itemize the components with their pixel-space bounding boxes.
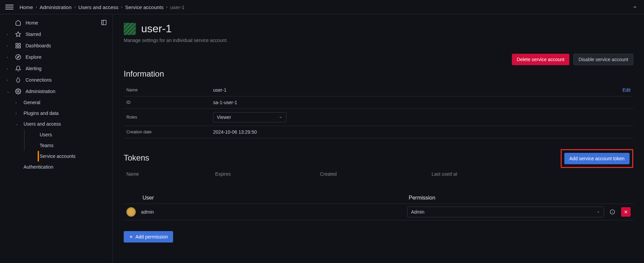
- info-name-value: user-1: [213, 87, 227, 93]
- breadcrumb-service-accounts[interactable]: Service accounts: [125, 4, 163, 10]
- sidebar-item-alerting[interactable]: › Alerting: [3, 63, 109, 74]
- collapse-sidebar-icon[interactable]: [99, 18, 109, 27]
- bell-icon: [15, 65, 22, 72]
- sidebar-item-label: Teams: [40, 143, 53, 148]
- svg-rect-5: [19, 46, 21, 48]
- star-icon: [15, 31, 22, 37]
- svg-marker-2: [16, 32, 21, 37]
- roles-select[interactable]: Viewer: [213, 112, 286, 122]
- breadcrumb-administration[interactable]: Administration: [40, 4, 72, 10]
- svg-rect-3: [16, 43, 17, 45]
- permissions-user-header: User: [126, 195, 409, 201]
- svg-point-11: [17, 91, 19, 92]
- sidebar-item-label: Authentication: [24, 164, 53, 170]
- sidebar-item-dashboards[interactable]: › Dashboards: [3, 40, 109, 51]
- permission-select[interactable]: Admin: [407, 207, 604, 217]
- sidebar-item-home[interactable]: Home: [3, 17, 109, 29]
- tokens-table-header: Name Expires Created Last used at: [124, 168, 633, 180]
- permissions-permission-header: Permission: [409, 195, 631, 201]
- chevron-right-icon: ›: [7, 67, 11, 71]
- tokens-heading: Tokens: [124, 153, 149, 163]
- chevron-right-icon: ›: [7, 33, 11, 36]
- sidebar-item-label: Service accounts: [40, 154, 76, 159]
- user-avatar: [126, 207, 136, 217]
- add-permission-label: Add permission: [135, 234, 168, 239]
- tokens-col-name: Name: [126, 171, 215, 177]
- info-id-value: sa-1-user-1: [213, 100, 237, 105]
- chevron-down-icon: ⌄: [7, 90, 11, 93]
- sidebar-item-plugins[interactable]: › Plugins and data: [3, 108, 109, 119]
- info-creation-value: 2024-10-06 13:29:50: [213, 129, 257, 135]
- chevron-right-icon: ›: [121, 5, 122, 9]
- permission-row: admin Admin: [124, 204, 633, 220]
- sidebar-item-service-accounts[interactable]: Service accounts: [3, 151, 109, 162]
- svg-point-7: [16, 55, 21, 60]
- sidebar-item-explore[interactable]: › Explore: [3, 51, 109, 63]
- plug-icon: [15, 77, 22, 83]
- sidebar-item-users[interactable]: Users: [3, 129, 109, 140]
- sidebar-item-label: Connections: [26, 77, 52, 83]
- breadcrumb: Home › Administration › Users and access…: [19, 4, 185, 10]
- tokens-col-lastused: Last used at: [432, 171, 631, 177]
- svg-rect-4: [19, 43, 21, 45]
- chevron-right-icon: ›: [15, 101, 19, 104]
- sidebar-item-label: Users and access: [24, 121, 61, 127]
- sidebar-item-label: Starred: [26, 32, 41, 37]
- sidebar-item-label: Dashboards: [26, 43, 51, 48]
- sidebar-item-label: Home: [26, 20, 38, 26]
- service-account-avatar: [124, 23, 136, 35]
- chevron-right-icon: ›: [7, 55, 11, 59]
- plus-icon: [129, 234, 133, 239]
- sidebar-item-teams[interactable]: Teams: [3, 140, 109, 151]
- menu-toggle[interactable]: [5, 3, 13, 11]
- dashboards-icon: [15, 43, 22, 49]
- gear-icon: [15, 88, 22, 94]
- sidebar-item-label: Explore: [26, 54, 41, 60]
- chevron-up-icon[interactable]: [631, 3, 639, 11]
- sidebar-item-starred[interactable]: › Starred: [3, 29, 109, 40]
- info-creation-label: Creation date: [126, 130, 213, 134]
- tokens-col-created: Created: [320, 171, 432, 177]
- sidebar-item-connections[interactable]: › Connections: [3, 74, 109, 86]
- highlight-annotation: Add service account token: [561, 149, 633, 168]
- disable-service-account-button[interactable]: Disable service account: [573, 54, 633, 65]
- sidebar-item-label: General: [24, 100, 40, 105]
- svg-rect-6: [16, 46, 17, 48]
- home-icon: [15, 20, 22, 26]
- chevron-right-icon: ›: [74, 5, 76, 9]
- sidebar-item-users-access[interactable]: ⌄ Users and access: [3, 119, 109, 129]
- remove-permission-button[interactable]: [621, 207, 631, 217]
- chevron-right-icon: ›: [7, 44, 11, 48]
- sidebar-item-label: Plugins and data: [24, 111, 58, 116]
- chevron-right-icon: ›: [7, 78, 11, 82]
- info-id-label: ID: [126, 100, 213, 105]
- chevron-right-icon: ›: [166, 5, 168, 9]
- page-title: user-1: [141, 23, 172, 35]
- breadcrumb-current: user-1: [170, 4, 185, 10]
- svg-rect-0: [102, 20, 106, 25]
- chevron-right-icon: ›: [15, 112, 19, 115]
- chevron-right-icon: ›: [36, 5, 37, 9]
- svg-marker-8: [17, 56, 19, 58]
- sidebar-item-label: Alerting: [26, 66, 41, 71]
- compass-icon: [15, 54, 22, 60]
- sidebar-item-label: Administration: [26, 89, 55, 94]
- add-permission-button[interactable]: Add permission: [124, 231, 173, 243]
- info-icon[interactable]: [608, 207, 617, 217]
- chevron-down-icon: ⌄: [15, 122, 19, 126]
- information-heading: Information: [124, 69, 633, 79]
- breadcrumb-home[interactable]: Home: [19, 4, 33, 10]
- breadcrumb-users-access[interactable]: Users and access: [78, 4, 118, 10]
- sidebar-item-general[interactable]: › General: [3, 97, 109, 108]
- sidebar-item-label: Users: [40, 132, 52, 137]
- add-token-button[interactable]: Add service account token: [564, 153, 630, 164]
- page-subtitle: Manage settings for an individual servic…: [124, 38, 633, 43]
- permission-user-name: admin: [141, 209, 407, 215]
- info-name-label: Name: [126, 88, 213, 92]
- sidebar-item-authentication[interactable]: Authentication: [3, 162, 109, 172]
- info-roles-label: Roles: [126, 115, 213, 120]
- delete-service-account-button[interactable]: Delete service account: [512, 54, 570, 65]
- tokens-col-expires: Expires: [215, 171, 320, 177]
- edit-name-link[interactable]: Edit: [622, 87, 631, 93]
- sidebar-item-administration[interactable]: ⌄ Administration: [3, 86, 109, 97]
